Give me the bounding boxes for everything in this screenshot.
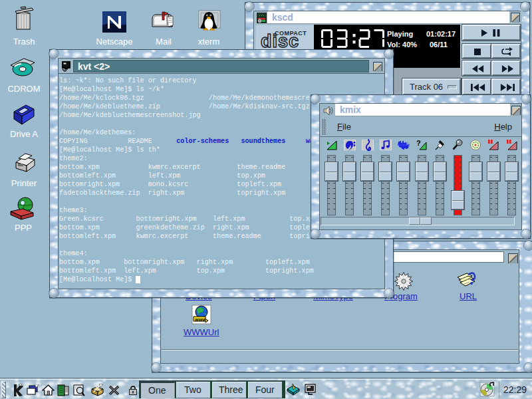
svg-text:Vol: 40%: Vol: 40% [387, 41, 417, 49]
svg-text:06/11: 06/11 [430, 41, 448, 49]
svg-text:disc: disc [261, 31, 299, 51]
svg-text:?: ? [416, 139, 421, 147]
svg-text:WWW: WWW [195, 318, 206, 322]
svg-text:Playing: Playing [387, 30, 413, 38]
svg-text:01:02:17: 01:02:17 [426, 30, 456, 38]
